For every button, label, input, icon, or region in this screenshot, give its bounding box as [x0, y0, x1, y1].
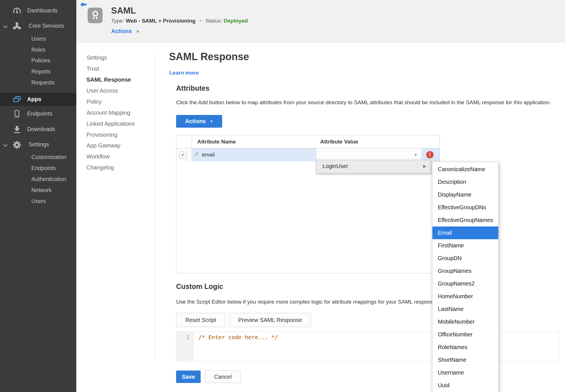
sidebar-item-authentication[interactable]: Authentication — [31, 176, 76, 184]
endpoint-device-icon — [12, 110, 21, 119]
sidebar-item-requests[interactable]: Requests — [31, 79, 76, 88]
menu-item-groupnames2[interactable]: GroupNames2 — [432, 277, 498, 290]
menu-item-firstname[interactable]: FirstName — [432, 239, 498, 252]
apps-icon — [12, 96, 21, 104]
tab-app-gateway[interactable]: App Gateway — [86, 142, 153, 150]
cancel-button[interactable]: Cancel — [205, 371, 241, 383]
sidebar-item-dashboards[interactable]: Dashboards — [0, 5, 76, 16]
menu-item-uuid[interactable]: Uuid — [432, 379, 498, 392]
tab-trust[interactable]: Trust — [86, 66, 153, 73]
attributes-heading: Attributes — [176, 84, 209, 92]
back-arrow-icon[interactable] — [80, 2, 87, 8]
attribute-name-value: email — [202, 152, 215, 158]
menu-item-officenumber[interactable]: OfficeNumber — [432, 328, 498, 341]
menu-item-description[interactable]: Description — [432, 176, 498, 188]
saml-app-icon — [88, 8, 103, 23]
table-header-row: Attribute Name Attribute Value — [176, 135, 440, 148]
sidebar-item-customization[interactable]: Customization — [31, 154, 76, 162]
edit-pencil-icon[interactable] — [193, 152, 199, 158]
sidebar-item-settings-endpoints[interactable]: Endpoints — [31, 165, 76, 173]
gear-icon — [12, 141, 21, 150]
attribute-value-select[interactable]: ▼ — [316, 148, 421, 162]
core-services-icon — [12, 22, 21, 31]
sidebar-item-settings[interactable]: Settings — [0, 139, 76, 150]
submenu-arrow-icon: ▶ — [423, 164, 426, 168]
row-checkbox[interactable]: ✓ — [179, 152, 186, 158]
menu-item-homenumber[interactable]: HomeNumber — [432, 290, 498, 303]
column-header-attribute-value: Attribute Value — [320, 139, 358, 145]
menu-item-mobilenumber[interactable]: MobileNumber — [432, 315, 498, 328]
caret-down-icon: ▼ — [136, 29, 140, 34]
menu-item-groupnames[interactable]: GroupNames — [432, 265, 498, 277]
tab-workflow[interactable]: Workflow — [86, 153, 153, 161]
status-label: Status: — [205, 18, 222, 24]
menu-item-effectivegroupdns[interactable]: EffectiveGroupDNs — [432, 201, 498, 214]
actions-button-label: Actions — [185, 118, 206, 125]
tab-settings[interactable]: Settings — [86, 55, 153, 62]
type-label: Type: — [111, 18, 124, 24]
tab-saml-response[interactable]: SAML Response — [86, 77, 153, 84]
gauge-icon — [12, 7, 21, 15]
checkbox-column-header — [176, 135, 192, 148]
menu-item-username[interactable]: Username — [432, 366, 498, 379]
custom-logic-description: Use the Script Editor below if you requi… — [176, 299, 438, 305]
section-title: SAML Response — [169, 51, 249, 63]
tab-changelog[interactable]: Changelog — [86, 164, 153, 172]
sidebar-item-network[interactable]: Network — [31, 187, 76, 195]
download-icon — [12, 125, 21, 134]
header-actions-label: Actions — [111, 28, 132, 34]
menu-item-effectivegroupnames[interactable]: EffectiveGroupNames — [432, 214, 498, 227]
code-editor[interactable]: 1 /* Enter code here... */ — [176, 331, 559, 361]
sidebar-item-reports[interactable]: Reports — [31, 68, 76, 77]
chevron-down-icon[interactable] — [3, 24, 8, 29]
column-header-attribute-name: Attribute Name — [197, 139, 236, 145]
learn-more-link[interactable]: Learn more — [169, 70, 198, 76]
menu-item-groupdn[interactable]: GroupDN — [432, 252, 498, 265]
tab-policy[interactable]: Policy — [86, 99, 153, 106]
reset-script-button[interactable]: Reset Script — [176, 313, 225, 327]
secondary-nav-divider — [155, 54, 155, 361]
app-header: SAML Type: Web - SAML + Provisioning • S… — [76, 0, 565, 43]
custom-logic-heading: Custom Logic — [176, 282, 223, 291]
menu-item-canonicalizename[interactable]: CanonicalizeName — [432, 163, 498, 176]
caret-down-icon: ▼ — [414, 153, 417, 157]
menu-item-rolenames[interactable]: RoleNames — [432, 341, 498, 354]
menu-item-shortname[interactable]: ShortName — [432, 354, 498, 366]
save-button[interactable]: Save — [176, 371, 201, 383]
tab-provisioning[interactable]: Provisioning — [86, 132, 153, 139]
menu-item-email[interactable]: Email — [432, 227, 498, 239]
sidebar-item-core-services[interactable]: Core Services — [0, 20, 76, 32]
loginuser-menu-label: LoginUser — [322, 163, 348, 169]
editor-code-line[interactable]: /* Enter code here... */ — [198, 334, 278, 341]
attributes-actions-button[interactable]: Actions ▼ — [176, 115, 222, 128]
menu-item-displayname[interactable]: DisplayName — [432, 188, 498, 201]
sidebar-item-label: Endpoints — [27, 110, 52, 117]
sidebar-item-label: Apps — [27, 96, 41, 103]
table-row[interactable]: ✓ email ▼ ! — [176, 148, 440, 162]
value-menu-loginuser[interactable]: LoginUser ▶ — [316, 160, 431, 173]
page-title: SAML — [111, 6, 136, 16]
sidebar-item-downloads[interactable]: Downloads — [0, 124, 76, 135]
tab-linked-applications[interactable]: Linked Applications — [86, 121, 153, 128]
validation-error-icon: ! — [426, 151, 434, 158]
editor-gutter: 1 — [176, 332, 193, 361]
tab-user-access[interactable]: User Access — [86, 88, 153, 95]
tab-account-mapping[interactable]: Account Mapping — [86, 110, 153, 117]
sidebar-item-apps[interactable]: Apps — [0, 93, 76, 106]
sidebar-item-users[interactable]: Users — [31, 36, 76, 44]
sidebar-item-policies[interactable]: Policies — [31, 57, 76, 66]
sidebar-item-roles[interactable]: Roles — [31, 47, 76, 55]
menu-item-lastname[interactable]: LastName — [432, 303, 498, 315]
preview-saml-response-button[interactable]: Preview SAML Response — [229, 313, 311, 327]
header-actions-menu[interactable]: Actions ▼ — [111, 28, 140, 34]
attributes-table: Attribute Name Attribute Value ✓ email ▼… — [176, 135, 440, 273]
sidebar-item-label: Downloads — [27, 126, 55, 132]
sidebar-item-settings-users[interactable]: Users — [31, 198, 76, 206]
status-badge: Deployed — [224, 18, 248, 24]
dot-separator: • — [200, 18, 202, 24]
sidebar-item-endpoints[interactable]: Endpoints — [0, 108, 76, 119]
caret-down-icon: ▼ — [210, 119, 213, 123]
app-root: Dashboards Core Services Users Roles Pol… — [0, 0, 565, 392]
chevron-down-icon[interactable] — [3, 143, 8, 148]
save-button-label: Save — [182, 374, 195, 380]
